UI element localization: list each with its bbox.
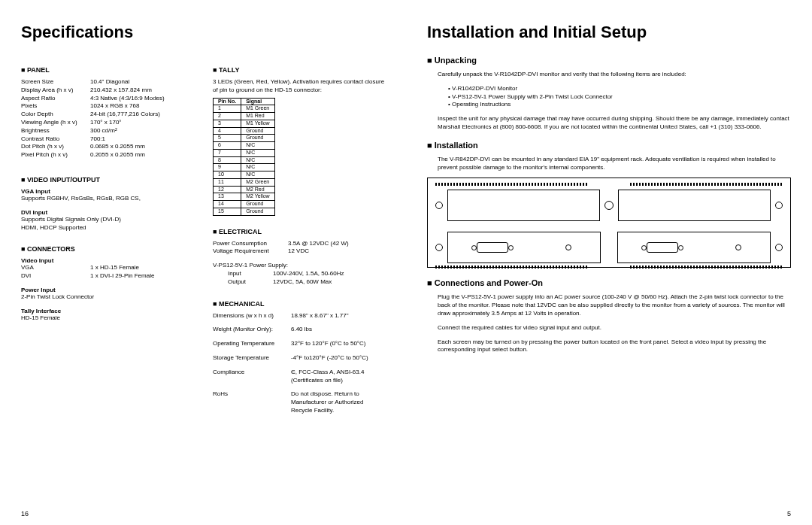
dvi-input-line2: HDMI, HDCP Supported [21,224,193,232]
page-title: Specifications [21,23,385,42]
unpacking-p2: Inspect the unit for any physical damage… [438,115,791,132]
specs-col-1: PANEL Screen Size10.4" DiagonalDisplay A… [21,56,193,415]
page-installation: Installation and Initial Setup Unpacking… [406,0,812,525]
section-mechanical: MECHANICAL [213,300,385,308]
unpacking-p1: Carefully unpack the V-R1042DP-DVI monit… [438,71,791,79]
section-unpacking: Unpacking [427,56,791,65]
section-tally: TALLY [213,66,385,74]
conn-tally-head: Tally Interface [21,308,193,314]
page-number-left: 16 [21,510,29,517]
tally-desc: 3 LEDs (Green, Red, Yellow). Activation … [213,78,385,95]
tally-pin-table: Pin No.Signal 1M1 Green2M1 Red3M1 Yellow… [213,98,275,216]
connections-p3: Each screen may be turned on by pressing… [438,338,791,355]
rack-diagram [427,178,791,268]
section-panel: PANEL [21,66,193,74]
conn-power-head: Power Input [21,287,193,293]
dvi-input-head: DVI Input [21,209,193,216]
section-connectors: CONNECTORS [21,245,193,253]
list-item: V-PS12-5V-1 Power Supply with 2-Pin Twis… [448,93,791,102]
connections-p2: Connect the required cables for video si… [438,324,791,332]
installation-p1: The V-R842DP-DVI can be mounted in any s… [438,156,791,172]
list-item: V-R1042DP-DVI Monitor [448,85,791,93]
ps-head: V-PS12-5V-1 Power Supply: [213,262,385,270]
section-installation: Installation [427,141,791,150]
page-title: Installation and Initial Setup [427,23,791,42]
list-item: Operating Instructions [448,101,791,109]
conn-power-val: 2-Pin Twist Lock Connector [21,293,193,302]
section-electrical: ELECTRICAL [213,228,385,235]
vga-input-head: VGA Input [21,188,193,195]
section-connections: Connections and Power-On [427,278,791,287]
connections-p1: Plug the V-PS12-5V-1 power supply into a… [438,293,791,317]
unpacking-bullets: V-R1042DP-DVI MonitorV-PS12-5V-1 Power S… [448,85,791,109]
page-specifications: Specifications PANEL Screen Size10.4" Di… [0,0,406,525]
page-number-right: 5 [787,510,791,517]
conn-video-input-head: Video Input [21,257,193,264]
specs-col-2: TALLY 3 LEDs (Green, Red, Yellow). Activ… [213,56,385,415]
vga-input-line: Supports RGBHV, RsGsBs, RGsB, RGB CS, [21,195,193,203]
section-video-io: VIDEO INPUT/OUTPUT [21,176,193,184]
conn-tally-val: HD-15 Female [21,314,193,323]
dvi-input-line1: Supports Digital Signals Only (DVI-D) [21,216,193,224]
